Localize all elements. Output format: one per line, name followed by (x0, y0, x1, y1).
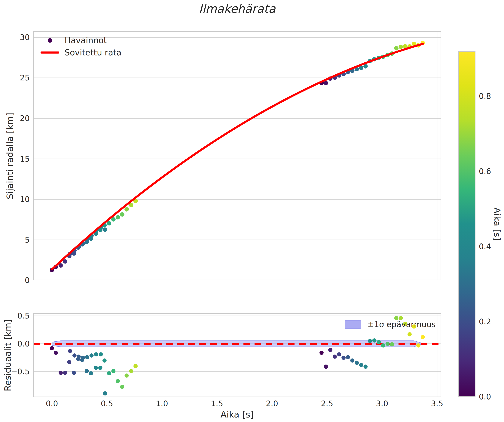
trajectory-plot-area (33, 31, 441, 280)
colorbar-tick-label: 0.8 (479, 92, 491, 101)
residual-point (120, 385, 124, 389)
residual-point (363, 365, 367, 369)
observation-point (125, 207, 129, 212)
residual-point (408, 332, 412, 336)
residual-point (59, 371, 63, 375)
residual-point (133, 364, 138, 368)
residual-point (416, 343, 420, 348)
axes-spine (33, 32, 441, 280)
trajectory-axes: Havainnot Sovitettu rata (33, 31, 441, 280)
residual-y-tick-label: −0.5 (3, 367, 30, 376)
residual-point (85, 369, 89, 373)
colorbar (458, 51, 475, 397)
x-tick-label: 2.0 (266, 399, 278, 408)
residual-point (77, 355, 81, 359)
colorbar-tick-label: 0.2 (479, 317, 491, 326)
x-tick-label: 0.0 (46, 399, 58, 408)
x-tick-label: 3.0 (376, 399, 388, 408)
observation-point (116, 215, 120, 220)
x-tick-label: 3.5 (431, 399, 443, 408)
residual-point (125, 373, 129, 378)
x-tick-label: 1.5 (211, 399, 223, 408)
residual-y-tick-label: 0.0 (3, 339, 30, 348)
main-y-tick-label: 10 (3, 195, 30, 204)
residual-point (403, 322, 407, 326)
residual-point (399, 316, 403, 320)
residual-point (102, 359, 107, 363)
figure: Ilmakehärata Havainnot Sovitettu rata ±1… (0, 0, 504, 422)
chart-title: Ilmakehärata (33, 2, 441, 16)
residual-point (68, 349, 72, 353)
residual-point (319, 351, 324, 355)
x-tick-label: 1.0 (156, 399, 168, 408)
residual-point (94, 352, 98, 356)
residual-point (54, 351, 58, 355)
observation-point (103, 227, 107, 232)
residual-y-tick-label: 0.5 (3, 311, 30, 320)
main-y-tick-label: 0 (3, 276, 30, 285)
residual-point (372, 338, 376, 342)
residual-point (385, 342, 390, 346)
residual-point (377, 340, 381, 344)
observation-point (399, 45, 403, 49)
observation-point (324, 81, 328, 85)
residual-point (421, 335, 425, 339)
residual-point (111, 369, 115, 373)
residual-point (98, 366, 102, 370)
main-y-tick-label: 15 (3, 154, 30, 164)
residual-point (99, 352, 103, 356)
residual-point (368, 339, 372, 343)
observation-point (363, 64, 368, 69)
main-y-tick-label: 25 (3, 73, 30, 82)
residual-point (333, 355, 337, 359)
x-tick-label: 0.5 (101, 399, 113, 408)
residual-point (90, 353, 94, 358)
residual-point (72, 371, 76, 375)
residual-point (50, 346, 54, 350)
residual-point (342, 356, 346, 360)
residual-point (67, 360, 71, 364)
x-tick-label: 2.5 (321, 399, 333, 408)
colorbar-tick-label: 0.4 (479, 242, 491, 251)
colorbar-label: Aika [s] (492, 208, 502, 241)
residual-point (412, 324, 416, 329)
residual-point (63, 371, 67, 375)
residual-point (394, 316, 398, 320)
residual-point (324, 365, 328, 369)
residual-y-axis-label: Residuaalit [km] (2, 319, 13, 391)
main-y-tick-label: 20 (3, 114, 30, 123)
residual-point (107, 371, 111, 375)
residual-point (129, 369, 133, 373)
residual-point (390, 342, 394, 347)
observation-point (394, 46, 398, 50)
residual-point (328, 348, 332, 352)
residual-point (103, 391, 107, 396)
observation-point (120, 212, 125, 217)
main-y-tick-label: 30 (3, 33, 30, 42)
residual-point (346, 355, 350, 359)
residual-axes: ±1σ epävarmuus (33, 313, 441, 397)
colorbar-tick-label: 0.6 (479, 167, 491, 176)
residual-point (337, 352, 341, 356)
residual-point (116, 379, 120, 383)
residual-point (355, 361, 359, 365)
residual-point (94, 366, 98, 370)
x-axis-label: Aika [s] (221, 409, 254, 420)
residual-point (81, 356, 85, 360)
main-y-tick-label: 5 (3, 235, 30, 245)
colorbar-tick-label: 0.0 (479, 392, 491, 401)
residual-point (381, 343, 385, 348)
residual-point (350, 359, 354, 363)
residual-plot-area (33, 313, 441, 397)
residual-point (85, 355, 89, 359)
residual-point (72, 353, 77, 358)
observation-point (107, 221, 111, 226)
residual-point (359, 363, 363, 367)
residual-point (89, 371, 93, 375)
